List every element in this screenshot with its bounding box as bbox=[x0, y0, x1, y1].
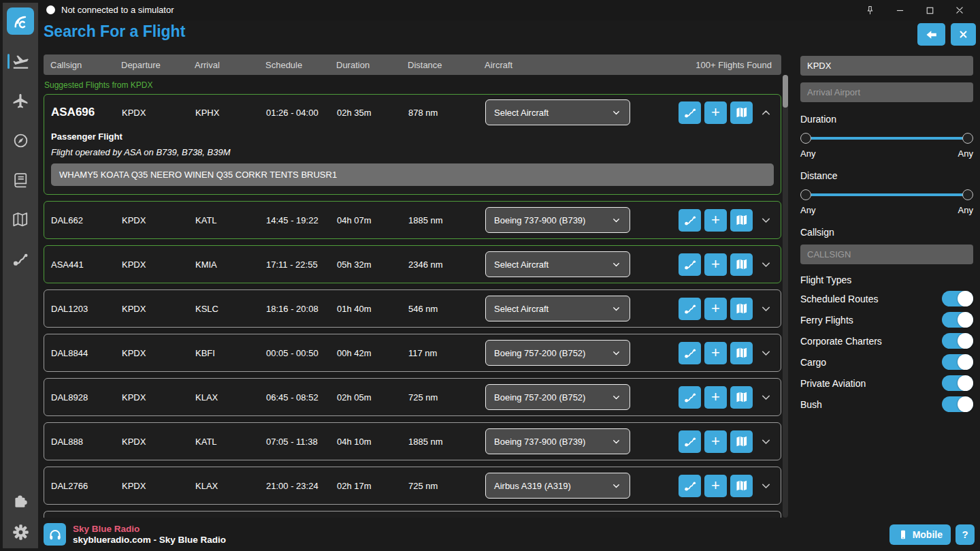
flight-row[interactable]: DAL1203 KPDX KSLC 18:16 - 20:08 01h 40m … bbox=[44, 289, 781, 328]
expand-row-button[interactable] bbox=[756, 209, 775, 232]
view-on-map-button[interactable] bbox=[730, 101, 753, 124]
flight-schedule: 00:05 - 00:50 bbox=[266, 348, 337, 358]
add-flight-button[interactable]: + bbox=[704, 342, 727, 364]
flight-row[interactable]: DAL8844 KPDX KBFI 00:05 - 00:50 00h 42m … bbox=[44, 334, 781, 372]
flight-row[interactable]: DAL888 KPDX KATL 07:05 - 11:38 04h 10m 1… bbox=[44, 422, 781, 460]
show-route-button[interactable] bbox=[679, 209, 701, 232]
slider-track[interactable] bbox=[805, 193, 968, 196]
show-route-button[interactable] bbox=[679, 386, 701, 409]
expand-row-button[interactable] bbox=[756, 298, 775, 320]
app-logo[interactable] bbox=[7, 7, 34, 35]
flight-duration: 04h 10m bbox=[337, 437, 408, 447]
distance-min-handle[interactable] bbox=[800, 189, 811, 200]
show-route-button[interactable] bbox=[679, 430, 701, 453]
aircraft-select[interactable]: Select Aircraft bbox=[485, 296, 630, 321]
flight-callsign: ASA441 bbox=[51, 259, 122, 270]
back-button[interactable] bbox=[917, 23, 945, 46]
flight-schedule: 06:45 - 08:52 bbox=[266, 392, 337, 403]
toggle-knob bbox=[958, 291, 973, 306]
flight-row[interactable]: ASA441 KPDX KMIA 17:11 - 22:55 05h 32m 2… bbox=[44, 245, 781, 283]
view-on-map-button[interactable] bbox=[730, 342, 753, 364]
sidebar-item-flight-search[interactable] bbox=[3, 52, 38, 71]
show-route-button[interactable] bbox=[679, 298, 701, 320]
sidebar-item-route[interactable] bbox=[3, 249, 38, 268]
duration-min-handle[interactable] bbox=[800, 133, 811, 144]
flight-schedule: 01:26 - 04:00 bbox=[266, 108, 337, 118]
gear-icon bbox=[12, 523, 30, 541]
aircraft-select[interactable]: Boeing 737-900 (B739) bbox=[485, 428, 630, 454]
toggle-scheduled-routes[interactable] bbox=[942, 291, 973, 306]
add-flight-button[interactable]: + bbox=[704, 475, 727, 497]
collapse-row-button[interactable] bbox=[756, 101, 775, 124]
aircraft-select[interactable]: Select Aircraft bbox=[485, 99, 630, 125]
show-route-button[interactable] bbox=[679, 342, 701, 364]
aircraft-select[interactable]: Select Aircraft bbox=[485, 251, 630, 277]
flight-callsign: DAL662 bbox=[51, 215, 122, 225]
toggle-private-aviation[interactable] bbox=[942, 375, 973, 391]
add-flight-button[interactable]: + bbox=[704, 209, 727, 232]
toggle-ferry-flights[interactable] bbox=[942, 312, 973, 328]
route-icon bbox=[683, 106, 697, 119]
add-flight-button[interactable]: + bbox=[704, 253, 727, 276]
add-flight-button[interactable]: + bbox=[704, 430, 727, 453]
sidebar-item-map[interactable] bbox=[3, 210, 38, 229]
distance-max-handle[interactable] bbox=[962, 189, 973, 200]
flight-arrival: KATL bbox=[195, 215, 266, 225]
departure-airport-input[interactable] bbox=[800, 56, 973, 76]
show-route-button[interactable] bbox=[679, 475, 701, 497]
add-flight-button[interactable]: + bbox=[704, 101, 727, 124]
view-on-map-button[interactable] bbox=[730, 253, 753, 276]
sidebar-item-plugins[interactable] bbox=[3, 491, 38, 510]
toggle-cargo[interactable] bbox=[942, 354, 973, 370]
callsign-input[interactable] bbox=[800, 245, 973, 264]
add-flight-button[interactable]: + bbox=[704, 386, 727, 409]
view-on-map-button[interactable] bbox=[730, 209, 753, 232]
pin-window-button[interactable] bbox=[855, 0, 885, 20]
close-window-button[interactable] bbox=[945, 0, 975, 20]
scrollbar-thumb[interactable] bbox=[783, 75, 788, 108]
aircraft-select[interactable]: Boeing 757-200 (B752) bbox=[485, 384, 630, 410]
mobile-button[interactable]: Mobile bbox=[889, 524, 951, 545]
distance-slider[interactable] bbox=[800, 189, 973, 200]
header-duration: Duration bbox=[336, 60, 408, 70]
sidebar-item-logbook[interactable] bbox=[3, 170, 38, 189]
chevron-down-icon bbox=[611, 437, 621, 447]
list-scrollbar[interactable] bbox=[783, 75, 788, 518]
map-icon bbox=[735, 390, 749, 404]
show-route-button[interactable] bbox=[679, 101, 701, 124]
sidebar-item-navigation[interactable] bbox=[3, 131, 38, 150]
minimize-button[interactable] bbox=[885, 0, 915, 20]
slider-track[interactable] bbox=[805, 137, 968, 140]
expand-row-button[interactable] bbox=[756, 386, 775, 409]
aircraft-select[interactable]: Airbus A319 (A319) bbox=[485, 473, 630, 499]
expand-row-button[interactable] bbox=[756, 475, 775, 497]
duration-max-handle[interactable] bbox=[962, 133, 973, 144]
flight-row[interactable]: DAL2766 KPDX KLAX 21:00 - 23:24 02h 17m … bbox=[44, 467, 781, 505]
radio-player-button[interactable] bbox=[44, 523, 66, 546]
flight-distance: 725 nm bbox=[408, 481, 485, 491]
flight-row[interactable]: DAL8928 KPDX KLAX 06:45 - 08:52 02h 05m … bbox=[44, 378, 781, 416]
list-header: Callsign Departure Arrival Schedule Dura… bbox=[44, 54, 781, 75]
aircraft-select[interactable]: Boeing 737-900 (B739) bbox=[485, 207, 630, 233]
arrival-airport-input[interactable] bbox=[800, 82, 973, 102]
view-on-map-button[interactable] bbox=[730, 298, 753, 320]
view-on-map-button[interactable] bbox=[730, 475, 753, 497]
close-search-button[interactable] bbox=[951, 23, 976, 46]
sidebar-item-aircraft[interactable] bbox=[3, 91, 38, 110]
aircraft-select[interactable]: Boeing 757-200 (B752) bbox=[485, 340, 630, 366]
expand-row-button[interactable] bbox=[756, 430, 775, 453]
maximize-button[interactable] bbox=[915, 0, 945, 20]
expand-row-button[interactable] bbox=[756, 253, 775, 276]
view-on-map-button[interactable] bbox=[730, 430, 753, 453]
view-on-map-button[interactable] bbox=[730, 386, 753, 409]
help-button[interactable]: ? bbox=[956, 524, 975, 545]
sidebar-item-settings[interactable] bbox=[3, 522, 38, 541]
show-route-button[interactable] bbox=[679, 253, 701, 276]
duration-slider[interactable] bbox=[800, 133, 973, 144]
expand-row-button[interactable] bbox=[756, 342, 775, 364]
flight-row[interactable]: ASA696 KPDX KPHX 01:26 - 04:00 02h 35m 8… bbox=[44, 94, 781, 195]
add-flight-button[interactable]: + bbox=[704, 298, 727, 320]
flight-row[interactable]: DAL662 KPDX KATL 14:45 - 19:22 04h 07m 1… bbox=[44, 201, 781, 239]
toggle-bush[interactable] bbox=[942, 396, 973, 412]
toggle-corporate-charters[interactable] bbox=[942, 333, 973, 349]
